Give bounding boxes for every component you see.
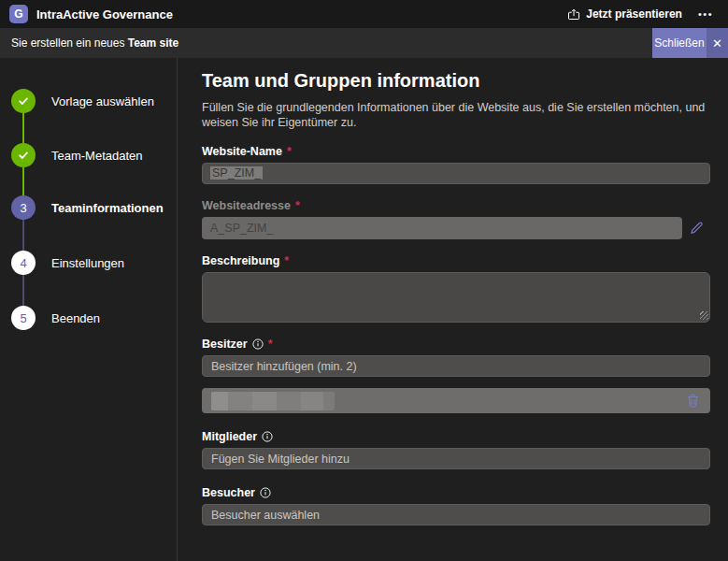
website-name-input[interactable]: SP_ZIM_	[202, 163, 710, 184]
website-address-input	[202, 217, 682, 239]
step-einstellungen[interactable]: 4 Einstellungen	[0, 251, 124, 275]
selected-text: SP_ZIM_	[210, 166, 263, 180]
label-text: Besitzer	[202, 338, 248, 351]
creation-status-text: Sie erstellen ein neues Team site	[0, 36, 178, 50]
field-website-address: Websiteadresse *	[202, 198, 710, 239]
owners-input[interactable]	[202, 355, 710, 377]
app-window: G IntraActive Governance Jetzt präsentie…	[0, 0, 728, 561]
wizard-steps-panel: Vorlage auswählen Team-Metadaten 3 Teami…	[0, 58, 178, 561]
description-label: Beschreibung *	[202, 253, 710, 267]
required-asterisk: *	[287, 145, 292, 158]
app-logo-icon: G	[9, 5, 28, 23]
close-button[interactable]: Schließen	[652, 28, 707, 58]
more-options-icon[interactable]: •••	[698, 8, 713, 20]
website-address-row	[202, 212, 710, 239]
required-asterisk: *	[268, 338, 273, 351]
checkmark-icon	[17, 149, 30, 162]
step-team-metadaten[interactable]: Team-Metadaten	[0, 143, 143, 167]
info-icon	[252, 338, 264, 350]
members-input[interactable]	[202, 448, 710, 469]
main-area: Vorlage auswählen Team-Metadaten 3 Teami…	[0, 58, 728, 561]
title-bar: G IntraActive Governance Jetzt präsentie…	[0, 0, 728, 28]
creation-entity: Team site	[128, 36, 178, 50]
step-done-circle	[11, 89, 36, 113]
step-label: Einstellungen	[51, 256, 124, 270]
present-button[interactable]: Jetzt präsentieren	[567, 7, 682, 21]
step-number-circle: 4	[11, 251, 36, 275]
field-description: Beschreibung *	[202, 253, 710, 323]
share-screen-icon	[567, 8, 580, 21]
owner-name-redacted	[211, 392, 335, 410]
checkmark-icon	[17, 94, 30, 108]
close-icon[interactable]: ✕	[707, 28, 728, 58]
description-textarea[interactable]	[202, 272, 710, 323]
website-address-label: Websiteadresse *	[202, 198, 710, 212]
label-text: Websiteadresse	[202, 199, 291, 212]
info-icon	[260, 487, 271, 498]
remove-owner-button[interactable]	[685, 392, 701, 410]
step-label: Vorlage auswählen	[51, 94, 154, 108]
label-text: Website-Name	[202, 145, 282, 158]
members-label: Mitglieder	[202, 429, 710, 443]
required-asterisk: *	[295, 199, 300, 212]
creation-status-prefix: Sie erstellen ein neues	[11, 36, 128, 50]
owners-label: Besitzer *	[202, 337, 710, 351]
info-icon	[262, 431, 273, 442]
edit-address-button[interactable]	[682, 217, 710, 239]
step-done-circle	[11, 143, 36, 167]
label-text: Mitglieder	[202, 430, 257, 443]
visitors-input[interactable]	[202, 504, 710, 525]
step-teaminformationen[interactable]: 3 Teaminformationen	[0, 195, 164, 220]
step-connector	[22, 275, 24, 306]
page-title: Team und Gruppen information	[202, 70, 710, 91]
field-visitors: Besucher	[202, 485, 710, 525]
team-info-form: Team und Gruppen information Füllen Sie …	[178, 58, 728, 561]
step-connector	[22, 113, 24, 143]
label-text: Beschreibung	[202, 254, 279, 267]
required-asterisk: *	[284, 254, 289, 267]
step-label: Team-Metadaten	[51, 149, 143, 163]
pencil-icon	[689, 221, 704, 236]
step-beenden[interactable]: 5 Beenden	[0, 306, 100, 330]
owner-list-item	[202, 388, 710, 413]
visitors-label: Besucher	[202, 485, 710, 499]
step-vorlage-auswaehlen[interactable]: Vorlage auswählen	[0, 89, 154, 113]
step-label: Teaminformationen	[51, 201, 164, 215]
label-text: Besucher	[202, 486, 255, 499]
present-label: Jetzt präsentieren	[586, 7, 682, 21]
website-name-label: Website-Name *	[202, 144, 710, 158]
app-title: IntraActive Governance	[36, 7, 173, 22]
field-website-name: Website-Name * SP_ZIM_	[202, 144, 710, 184]
description-textarea-wrap	[202, 272, 710, 323]
step-label: Beenden	[51, 311, 100, 325]
step-number-circle: 5	[11, 306, 36, 330]
step-connector	[22, 167, 24, 195]
field-owners: Besitzer *	[202, 337, 710, 413]
page-subtitle: Füllen Sie die grundlegenden Information…	[202, 101, 710, 130]
step-number-circle: 3	[11, 195, 36, 220]
trash-icon	[687, 394, 699, 408]
field-members: Mitglieder	[202, 429, 710, 469]
tab-header-bar: Sie erstellen ein neues Team site Schlie…	[0, 28, 728, 58]
step-connector	[22, 220, 24, 251]
